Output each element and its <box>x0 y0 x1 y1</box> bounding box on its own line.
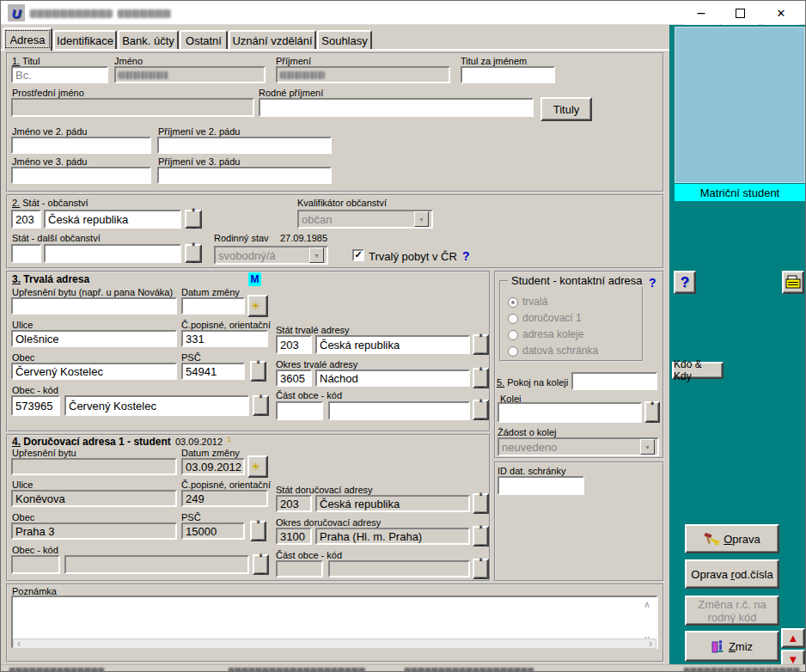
trvala-okres-picker-button[interactable] <box>473 368 489 388</box>
tab-ostatni[interactable]: Ostatní <box>180 30 228 50</box>
trvala-upresneni-field[interactable] <box>11 297 177 315</box>
id-dat-schranky-field[interactable] <box>498 476 584 495</box>
dalsi-obcanstvi-label: Stát - další občanství <box>12 233 101 243</box>
jmeno-redacted-blob <box>119 71 168 79</box>
radio-datova-schranka <box>508 346 518 357</box>
dorucovaci-adresa-header: 4. Doručovací adresa 1 - student <box>12 436 171 448</box>
stat-obcanstvi-name-field[interactable]: Česká republika <box>44 210 181 229</box>
dorucovaci-cast-obce-picker-button[interactable] <box>473 559 489 579</box>
trvala-psc-field[interactable]: 54941 <box>181 363 245 380</box>
trvala-obec-kod-code-field[interactable]: 573965 <box>11 395 60 416</box>
oprava-rod-cisla-button[interactable]: Oprava rod.čísla <box>685 559 779 589</box>
oprava-button[interactable]: Oprava <box>685 524 779 553</box>
red-triangle-up-icon: ▲ <box>788 632 799 645</box>
maximize-button[interactable] <box>722 1 758 25</box>
prijmeni-3pad-field[interactable] <box>157 167 332 184</box>
zmiz-button[interactable]: Zmiz <box>685 631 779 662</box>
dalsi-obcanstvi-name-field[interactable] <box>44 244 181 263</box>
rodne-prijmeni-field[interactable] <box>259 98 534 117</box>
prostredni-jmeno-label: Prostřední jméno <box>12 88 84 98</box>
dorucovaci-okres-picker-button[interactable] <box>473 526 489 547</box>
oprava-rc-label: Oprava rod.čísla <box>691 568 772 581</box>
minimize-button[interactable] <box>683 1 719 25</box>
trvala-cp-label: Č.popisné, orientační <box>181 320 271 330</box>
scroll-left-icon[interactable]: ‹ <box>17 638 21 650</box>
dorucovaci-psc-picker-button[interactable] <box>250 521 266 541</box>
trvala-psc-picker-button[interactable] <box>250 361 266 382</box>
dalsi-obcanstvi-code-field[interactable] <box>11 244 41 263</box>
kolej-picker-button[interactable] <box>644 401 660 423</box>
titul-za-field[interactable] <box>461 66 555 83</box>
stat-obcanstvi-label: 2. Stát - občanství <box>12 198 89 208</box>
jmeno-3pad-field[interactable] <box>11 167 151 184</box>
trvala-ulice-field[interactable]: Olešnice <box>11 330 177 347</box>
radio-dorucovaci-1-label: doručovací 1 <box>522 312 582 324</box>
trvala-stat-label: Stát trvalé adresy <box>276 325 350 335</box>
record-up-button[interactable]: ▲ <box>781 628 805 648</box>
tab-uznani-vzdelani[interactable]: Uznání vzdělání <box>229 30 316 50</box>
trvala-obec-kod-picker-button[interactable] <box>253 395 269 416</box>
dorucovaci-datum-zmeny-field: 03.09.2012 <box>181 458 245 475</box>
trvala-cast-obce-picker-button[interactable] <box>473 400 489 420</box>
zadost-o-kolej-dropdown: neuvedeno <box>498 437 659 456</box>
matricni-student-badge: Matriční student <box>675 184 805 201</box>
trvala-upresneni-label: Upřesnění bytu (např. u pana Nováka) <box>12 287 173 297</box>
stat-obcanstvi-picker-button[interactable] <box>185 210 202 229</box>
kvalifikator-dropdown: občan <box>297 210 433 229</box>
window-title-date-redacted <box>118 9 171 18</box>
pokoj-na-koleji-field[interactable] <box>571 372 657 390</box>
kdo-kdy-button[interactable]: Kdo & Kdy <box>672 362 724 379</box>
dorucovaci-upresneni-label: Upřesnění bytu <box>12 448 76 458</box>
trvala-psc-label: PSČ <box>181 352 201 363</box>
cardfile-button[interactable] <box>782 271 804 294</box>
trvala-okres-code-field[interactable]: 3605 <box>276 370 312 387</box>
stat-obcanstvi-code-field[interactable]: 203 <box>11 210 41 229</box>
trvala-ulice-value: Olešnice <box>15 333 59 345</box>
trvala-date-picker-button[interactable] <box>247 295 268 317</box>
poznamka-horizontal-scrollbar[interactable]: ‹› <box>13 638 656 649</box>
trvala-stat-code-field[interactable]: 203 <box>276 335 312 354</box>
trvala-okres-name-field[interactable]: Náchod <box>315 370 470 387</box>
dorucovaci-obec-value: Praha 3 <box>15 525 55 538</box>
titul-field[interactable]: Bc. <box>11 66 108 83</box>
tab-souhlasy[interactable]: Souhlasy <box>317 30 372 50</box>
trvala-cast-obce-name-field[interactable] <box>328 401 470 420</box>
tituly-button[interactable]: Tituly <box>540 97 592 121</box>
jmeno-field-redacted <box>114 66 266 83</box>
dorucovaci-stat-label: Stát doručovací adresy <box>276 485 373 495</box>
trvala-cast-obce-code-field[interactable] <box>276 401 323 420</box>
trvala-psc-value: 54941 <box>186 365 217 378</box>
dalsi-obcanstvi-picker-button[interactable] <box>185 244 202 263</box>
trvaly-pobyt-checkbox[interactable] <box>352 249 364 261</box>
kolej-field[interactable] <box>498 402 642 423</box>
trvaly-pobyt-help-link[interactable]: ? <box>462 249 470 263</box>
jmeno-3pad-label: Jméno ve 3. pádu <box>12 156 87 167</box>
tab-identifikace-label: Identifikace <box>57 34 113 47</box>
kontaktni-adresa-help-link[interactable]: ? <box>649 276 656 290</box>
trvala-obec-field[interactable]: Červený Kostelec <box>11 363 177 380</box>
poznamka-scroll-up-icon[interactable]: ∧ <box>644 599 650 610</box>
jmeno-2pad-field[interactable] <box>11 137 151 154</box>
tab-bank-ucty[interactable]: Bank. účty <box>118 30 179 50</box>
trvala-stat-name-field[interactable]: Česká republika <box>315 335 470 354</box>
dorucovaci-stat-picker-button[interactable] <box>473 493 489 514</box>
trvala-cp-field[interactable]: 331 <box>181 330 268 347</box>
trvala-ulice-label: Ulice <box>12 320 33 330</box>
trvaly-pobyt-label: Trvalý pobyt v ČR <box>369 250 457 263</box>
help-button[interactable]: ? <box>674 271 696 294</box>
window-title-redacted <box>30 9 113 18</box>
dorucovaci-obec-kod-picker-button[interactable] <box>253 554 269 575</box>
trvala-datum-zmeny-field[interactable] <box>181 297 245 315</box>
trvala-obec-kod-name-field[interactable]: Červený Kostelec <box>64 395 249 416</box>
zadost-o-kolej-label: Žádost o kolej <box>498 427 556 437</box>
tab-identifikace[interactable]: Identifikace <box>53 30 117 50</box>
prijmeni-2pad-field[interactable] <box>157 137 332 154</box>
scroll-right-icon[interactable]: › <box>649 638 652 650</box>
dorucovaci-stat-name: Česká republika <box>320 498 400 510</box>
dorucovaci-date-picker-button[interactable] <box>247 455 268 478</box>
chevron-down-icon <box>309 247 324 263</box>
tab-adresa[interactable]: Adresa <box>3 27 52 51</box>
close-button[interactable] <box>763 1 799 25</box>
trvala-stat-picker-button[interactable] <box>473 334 489 355</box>
student-photo-blur <box>675 27 805 183</box>
